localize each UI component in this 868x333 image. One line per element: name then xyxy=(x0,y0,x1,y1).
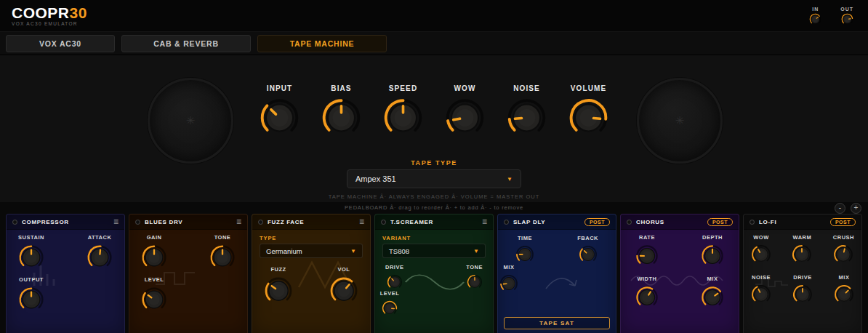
pedal-header: SLAP DLY POST xyxy=(498,214,616,230)
bypass-led[interactable] xyxy=(750,220,755,225)
vol-knob[interactable] xyxy=(329,276,358,305)
rate-knob[interactable] xyxy=(635,244,659,268)
gain-knob[interactable] xyxy=(141,244,167,270)
pedal-compressor: COMPRESSOR ≡ SUSTAIN ATTACK OUTPUT xyxy=(6,214,125,333)
reel-center-icon: ✳ xyxy=(186,114,196,127)
in-label: IN xyxy=(812,7,819,12)
variant-label: VARIANT xyxy=(382,235,486,241)
mix-group: MIX xyxy=(498,264,520,293)
out-knob[interactable] xyxy=(841,13,853,25)
tone-knob[interactable] xyxy=(467,274,483,290)
chevron-down-icon: ▼ xyxy=(507,176,513,182)
variant-select[interactable]: TS808 ▼ xyxy=(382,244,486,258)
mix-knob[interactable] xyxy=(701,286,724,309)
menu-icon[interactable]: ≡ xyxy=(236,217,241,226)
level-knob[interactable] xyxy=(382,300,398,316)
menu-icon[interactable]: ≡ xyxy=(482,217,487,226)
bias-knob[interactable] xyxy=(321,97,362,138)
crush-label: CRUSH xyxy=(833,234,854,241)
output-knob[interactable] xyxy=(18,286,44,313)
bypass-led[interactable] xyxy=(504,220,509,225)
bypass-led[interactable] xyxy=(135,220,140,225)
type-label: TYPE xyxy=(260,235,363,241)
wow-knob[interactable] xyxy=(751,244,771,265)
fuzz-knob[interactable] xyxy=(264,276,293,305)
pedal-header: FUZZ FACE ≡ xyxy=(252,214,370,230)
fback-label: FBACK xyxy=(577,235,598,241)
noise-knob[interactable] xyxy=(507,97,547,138)
sustain-knob[interactable] xyxy=(18,244,44,270)
warm-knob[interactable] xyxy=(792,244,812,265)
drive-label: DRIVE xyxy=(793,274,811,281)
noise-knob-label: NOISE xyxy=(513,84,540,92)
tape-type-label: TAPE TYPE xyxy=(0,159,868,166)
drive-group: DRIVE xyxy=(792,274,813,305)
mix-knob[interactable] xyxy=(834,284,854,305)
mix-knob[interactable] xyxy=(499,274,518,293)
pedal-title: T.SCREAMER xyxy=(390,219,478,225)
add-pedal-button[interactable]: + xyxy=(851,203,861,214)
speed-knob-group: SPEED xyxy=(383,84,424,138)
chevron-down-icon: ▼ xyxy=(473,248,479,254)
sustain-label: SUSTAIN xyxy=(18,234,44,241)
tone-group: TONE xyxy=(209,234,236,270)
volume-knob[interactable] xyxy=(568,97,609,138)
remove-pedal-button[interactable]: - xyxy=(835,203,845,214)
width-knob[interactable] xyxy=(635,286,659,309)
level-knob[interactable] xyxy=(141,286,167,313)
tone-knob[interactable] xyxy=(209,244,236,270)
pedal-title: CHORUS xyxy=(636,219,703,225)
pedal-chorus: CHORUS POST RATE DEPTH WIDTH xyxy=(620,214,739,333)
pedal-row: COMPRESSOR ≡ SUSTAIN ATTACK OUTPUT xyxy=(0,212,868,333)
time-knob[interactable] xyxy=(515,245,534,264)
fuzz-type-select[interactable]: Germanium ▼ xyxy=(260,244,363,258)
attack-knob[interactable] xyxy=(87,244,113,270)
speed-knob-label: SPEED xyxy=(389,84,417,92)
tone-group: TONE xyxy=(466,264,483,290)
tone-label: TONE xyxy=(466,264,483,270)
pedal-header: BLUES DRV ≡ xyxy=(129,214,247,230)
top-bar: COOPR30 VOX AC30 EMULATOR IN OUT xyxy=(0,0,868,32)
output-group: OUTPUT xyxy=(18,276,44,313)
sustain-group: SUSTAIN xyxy=(18,234,44,270)
tape-sat-button[interactable]: TAPE SAT xyxy=(504,317,610,329)
speed-knob[interactable] xyxy=(383,97,424,138)
noise-group: NOISE xyxy=(751,274,771,305)
wow-label: WOW xyxy=(753,234,769,241)
bypass-led[interactable] xyxy=(258,220,263,225)
post-badge[interactable]: POST xyxy=(707,218,733,226)
wow-knob[interactable] xyxy=(445,97,486,138)
post-badge[interactable]: POST xyxy=(584,218,610,226)
width-label: WIDTH xyxy=(637,276,656,282)
pedal-title: COMPRESSOR xyxy=(22,219,109,225)
fback-group: FBACK xyxy=(577,235,598,264)
menu-icon[interactable]: ≡ xyxy=(359,217,364,226)
pedal-title: FUZZ FACE xyxy=(268,219,355,225)
reel-center-icon: ✳ xyxy=(675,114,685,127)
drive-knob[interactable] xyxy=(792,284,813,305)
drive-knob[interactable] xyxy=(387,274,403,290)
depth-knob[interactable] xyxy=(701,244,724,268)
crush-knob[interactable] xyxy=(833,244,853,265)
bypass-led[interactable] xyxy=(381,220,386,225)
bypass-led[interactable] xyxy=(12,220,17,225)
fuzz-type-value: Germanium xyxy=(266,247,302,255)
mix-label: MIX xyxy=(504,264,515,270)
in-knob[interactable] xyxy=(809,13,821,25)
pedal-fuzz-face: FUZZ FACE ≡ TYPE Germanium ▼ FUZZ VOL xyxy=(252,214,371,333)
tab-tape-machine[interactable]: TAPE MACHINE xyxy=(257,35,387,52)
bypass-led[interactable] xyxy=(627,220,632,225)
menu-icon[interactable]: ≡ xyxy=(113,217,118,226)
brand-title: COOPR30 xyxy=(12,5,87,20)
post-badge[interactable]: POST xyxy=(830,218,856,226)
pedalboard-panel: PEDALBOARD Â· drag to reorder Â· + to ad… xyxy=(0,202,868,333)
fback-knob[interactable] xyxy=(579,245,598,264)
noise-knob[interactable] xyxy=(751,284,771,305)
tape-type-select[interactable]: Ampex 351 ▼ xyxy=(347,169,521,188)
vol-group: VOL xyxy=(329,266,358,305)
tab-vox-ac30[interactable]: VOX AC30 xyxy=(6,35,115,52)
input-knob[interactable] xyxy=(260,97,300,138)
tab-cab-reverb[interactable]: CAB & REVERB xyxy=(121,35,251,52)
bias-knob-group: BIAS xyxy=(321,84,362,138)
pedal-header: COMPRESSOR ≡ xyxy=(7,214,124,230)
